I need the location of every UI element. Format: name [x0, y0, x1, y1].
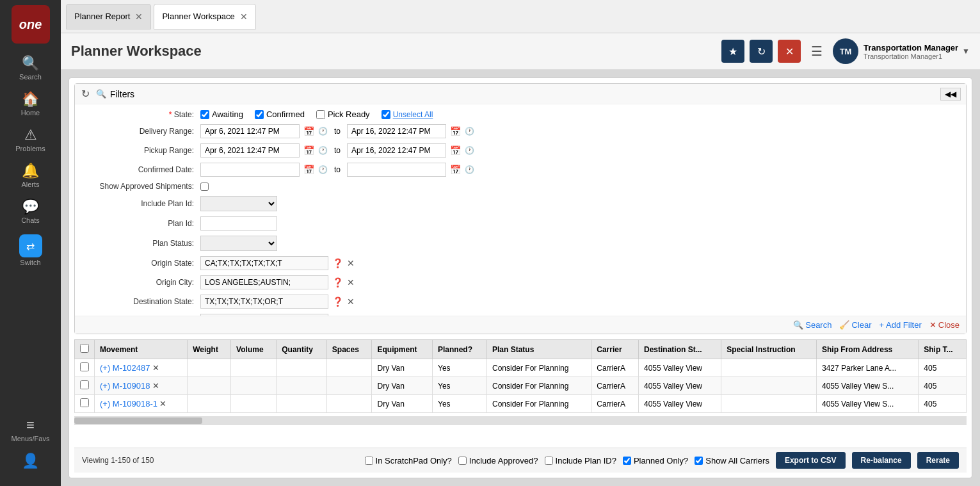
sidebar-item-home[interactable]: 🏠 Home — [0, 86, 61, 122]
include-plan-id-label[interactable]: Include Plan ID? — [545, 456, 616, 466]
close-filters-button[interactable]: ✕ Close — [929, 320, 960, 330]
collapse-button[interactable]: ◀◀ — [940, 88, 961, 101]
sidebar-item-alerts[interactable]: 🔔 Alerts — [0, 158, 61, 193]
state-label: State: — [85, 110, 200, 119]
content-area: ↻ 🔍 Filters ◀◀ State: Awaiting — [61, 70, 980, 486]
include-approved-label[interactable]: Include Approved? — [458, 456, 538, 466]
state-awaiting-checkbox[interactable] — [200, 110, 209, 119]
close-button[interactable]: ✕ — [778, 40, 801, 63]
row3-remove-icon[interactable]: ✕ — [159, 399, 166, 409]
pickup-from-cal-icon[interactable]: 📅 — [303, 145, 314, 156]
origin-state-input[interactable] — [200, 256, 328, 270]
state-unselect-all-check[interactable]: Unselect All — [382, 110, 433, 119]
sidebar-label-chats: Chats — [21, 216, 40, 224]
rerate-button[interactable]: Rerate — [917, 452, 959, 469]
origin-city-input[interactable] — [200, 275, 328, 289]
state-confirmed-checkbox[interactable] — [255, 110, 264, 119]
state-pick-ready[interactable]: Pick Ready — [316, 109, 370, 119]
confirmed-to-time-icon[interactable]: 🕐 — [465, 165, 474, 174]
state-pick-ready-checkbox[interactable] — [316, 110, 325, 119]
include-approved-checkbox[interactable] — [458, 457, 467, 465]
show-all-carriers-label[interactable]: Show All Carriers — [695, 456, 769, 466]
pickup-from-input[interactable] — [200, 143, 300, 158]
unselect-all-link[interactable]: Unselect All — [393, 110, 433, 119]
state-unselect-checkbox[interactable] — [382, 110, 390, 119]
tab-planner-report[interactable]: Planner Report ✕ — [66, 4, 151, 29]
user-dropdown[interactable]: Transportation Manager Transportation Ma… — [864, 43, 970, 60]
show-approved-checkbox[interactable] — [200, 182, 209, 191]
plan-id-input[interactable] — [200, 216, 277, 231]
movement-link-2[interactable]: (+) M-109018 — [100, 381, 150, 391]
export-csv-button[interactable]: Export to CSV — [776, 452, 846, 469]
pickup-to-time-icon[interactable]: 🕐 — [465, 146, 474, 155]
include-plan-id-checkbox[interactable] — [545, 457, 553, 465]
sidebar-item-user-avatar[interactable]: 👤 — [12, 448, 50, 476]
confirmed-to-cal-icon[interactable]: 📅 — [450, 165, 461, 175]
filter-row-plan-status: Plan Status: — [85, 236, 956, 251]
clear-button[interactable]: 🧹 Clear — [839, 320, 871, 330]
confirmed-to-input[interactable] — [347, 163, 446, 177]
pickup-to-input[interactable] — [347, 143, 446, 158]
delivery-to-cal-icon[interactable]: 📅 — [450, 126, 461, 136]
planned-only-checkbox[interactable] — [623, 457, 631, 465]
planned-only-label[interactable]: Planned Only? — [623, 456, 688, 466]
h-scroll-thumb[interactable] — [74, 417, 202, 424]
origin-city-help-icon[interactable]: ❓ — [332, 277, 343, 288]
row3-checkbox[interactable] — [80, 398, 89, 407]
delivery-from-time-icon[interactable]: 🕐 — [318, 127, 328, 136]
origin-state-help-icon[interactable]: ❓ — [332, 258, 343, 268]
row2-movement: (+) M-109018 ✕ — [95, 377, 188, 395]
refresh-button[interactable]: ↻ — [750, 40, 773, 63]
show-all-carriers-checkbox[interactable] — [695, 457, 703, 465]
row2-spaces — [326, 377, 372, 395]
movement-link-3[interactable]: (+) M-109018-1 — [100, 399, 157, 409]
dest-state-input[interactable] — [200, 295, 328, 309]
row1-checkbox[interactable] — [80, 362, 89, 371]
tab-planner-workspace[interactable]: Planner Workspace ✕ — [154, 4, 255, 29]
confirmed-from-time-icon[interactable]: 🕐 — [318, 165, 328, 174]
dest-state-help-icon[interactable]: ❓ — [332, 296, 343, 307]
delivery-from-input[interactable] — [200, 124, 300, 138]
scratchpad-checkbox[interactable] — [365, 457, 373, 465]
sidebar-item-chats[interactable]: 💬 Chats — [0, 193, 61, 229]
state-awaiting[interactable]: Awaiting — [200, 109, 243, 119]
favorite-button[interactable]: ★ — [721, 40, 744, 63]
delivery-to-time-icon[interactable]: 🕐 — [465, 127, 474, 136]
add-filter-button[interactable]: + Add Filter — [880, 320, 922, 330]
filter-refresh-icon[interactable]: ↻ — [81, 88, 90, 100]
row2-remove-icon[interactable]: ✕ — [152, 381, 159, 391]
tab-close-planner-report[interactable]: ✕ — [135, 12, 143, 21]
row2-checkbox[interactable] — [80, 380, 89, 389]
scratchpad-checkbox-label[interactable]: In ScratchPad Only? — [365, 456, 452, 466]
confirmed-from-cal-icon[interactable]: 📅 — [303, 165, 314, 175]
origin-state-clear-icon[interactable]: ✕ — [347, 258, 355, 268]
tab-close-planner-workspace[interactable]: ✕ — [240, 12, 248, 21]
plan-status-select[interactable] — [200, 236, 277, 251]
table-scroll[interactable]: Movement Weight Volume Quantity Spaces E… — [74, 339, 967, 416]
origin-city-clear-icon[interactable]: ✕ — [347, 277, 355, 288]
movement-link-1[interactable]: (+) M-102487 — [100, 363, 150, 373]
dest-state-clear-icon[interactable]: ✕ — [347, 296, 355, 307]
sidebar-item-menus[interactable]: ≡ Menus/Favs — [12, 412, 50, 448]
add-filter-label: Add Filter — [886, 320, 922, 330]
dest-city-input[interactable] — [200, 314, 328, 316]
sidebar-bottom: ≡ Menus/Favs 👤 — [12, 412, 50, 486]
include-plan-select[interactable] — [200, 196, 277, 211]
delivery-from-cal-icon[interactable]: 📅 — [303, 126, 314, 136]
confirmed-from-input[interactable] — [200, 163, 300, 177]
delivery-to-input[interactable] — [347, 124, 446, 138]
pickup-to-cal-icon[interactable]: 📅 — [450, 145, 461, 156]
sidebar-item-problems[interactable]: ⚠ Problems — [0, 122, 61, 158]
col-carrier: Carrier — [591, 340, 639, 359]
select-all-checkbox[interactable] — [80, 344, 89, 353]
horizontal-scrollbar[interactable] — [74, 416, 967, 425]
sidebar-item-switch[interactable]: ⇄ Switch — [0, 229, 61, 271]
state-confirmed[interactable]: Confirmed — [255, 109, 305, 119]
row1-remove-icon[interactable]: ✕ — [152, 363, 159, 373]
search-button[interactable]: 🔍 Search — [793, 320, 831, 330]
row3-ship-to: 405 — [919, 395, 967, 413]
rebalance-button[interactable]: Re-balance — [852, 452, 911, 469]
pickup-from-time-icon[interactable]: 🕐 — [318, 146, 328, 155]
hamburger-button[interactable]: ☰ — [806, 41, 828, 61]
sidebar-item-search[interactable]: 🔍 Search — [0, 50, 61, 86]
